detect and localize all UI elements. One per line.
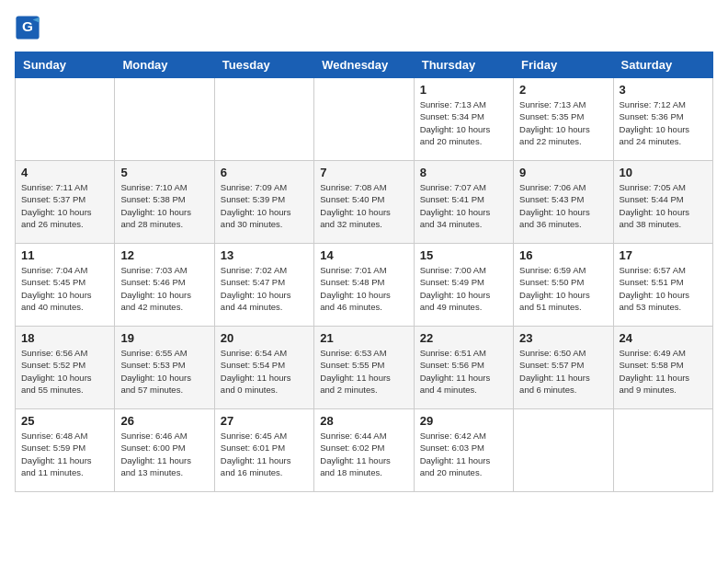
day-info: Sunrise: 6:44 AMSunset: 6:02 PMDaylight:… <box>320 430 407 478</box>
header-friday: Friday <box>514 52 613 78</box>
svg-text:G: G <box>22 18 33 34</box>
calendar-cell <box>214 78 313 161</box>
day-number: 23 <box>519 331 607 345</box>
day-info: Sunrise: 6:45 AMSunset: 6:01 PMDaylight:… <box>221 430 308 478</box>
day-info: Sunrise: 6:57 AMSunset: 5:51 PMDaylight:… <box>620 264 707 313</box>
calendar-cell: 20Sunrise: 6:54 AMSunset: 5:54 PMDayligh… <box>214 327 313 409</box>
day-info: Sunrise: 6:50 AMSunset: 5:57 PMDaylight:… <box>519 347 607 396</box>
day-number: 8 <box>420 166 507 179</box>
day-number: 6 <box>221 166 308 179</box>
week-row-4: 18Sunrise: 6:56 AMSunset: 5:52 PMDayligh… <box>16 327 713 409</box>
day-number: 10 <box>620 166 707 179</box>
day-info: Sunrise: 7:06 AMSunset: 5:43 PMDaylight:… <box>519 181 607 230</box>
day-info: Sunrise: 7:13 AMSunset: 5:34 PMDaylight:… <box>420 98 507 147</box>
week-row-2: 4Sunrise: 7:11 AMSunset: 5:37 PMDaylight… <box>16 161 713 244</box>
calendar-cell: 19Sunrise: 6:55 AMSunset: 5:53 PMDayligh… <box>115 327 214 409</box>
day-number: 5 <box>120 166 208 179</box>
calendar-cell <box>314 78 414 161</box>
header-row: Sunday Monday Tuesday Wednesday Thursday… <box>16 52 713 78</box>
calendar-cell: 14Sunrise: 7:01 AMSunset: 5:48 PMDayligh… <box>314 244 414 327</box>
calendar-cell: 25Sunrise: 6:48 AMSunset: 5:59 PMDayligh… <box>16 409 115 492</box>
day-number: 21 <box>320 331 407 345</box>
day-info: Sunrise: 7:09 AMSunset: 5:39 PMDaylight:… <box>221 181 308 230</box>
calendar-table: Sunday Monday Tuesday Wednesday Thursday… <box>15 52 713 492</box>
day-info: Sunrise: 6:42 AMSunset: 6:03 PMDaylight:… <box>420 430 507 478</box>
header-thursday: Thursday <box>414 52 513 78</box>
day-number: 2 <box>519 83 607 97</box>
day-number: 4 <box>21 166 108 179</box>
day-info: Sunrise: 7:03 AMSunset: 5:46 PMDaylight:… <box>120 264 208 313</box>
day-number: 7 <box>320 166 407 179</box>
day-info: Sunrise: 6:51 AMSunset: 5:56 PMDaylight:… <box>420 347 507 396</box>
calendar-cell: 24Sunrise: 6:49 AMSunset: 5:58 PMDayligh… <box>613 327 712 409</box>
calendar-cell: 22Sunrise: 6:51 AMSunset: 5:56 PMDayligh… <box>414 327 513 409</box>
day-info: Sunrise: 7:08 AMSunset: 5:40 PMDaylight:… <box>320 181 407 230</box>
header-saturday: Saturday <box>613 52 712 78</box>
day-number: 15 <box>420 248 507 262</box>
day-info: Sunrise: 6:49 AMSunset: 5:58 PMDaylight:… <box>620 347 707 396</box>
day-info: Sunrise: 6:59 AMSunset: 5:50 PMDaylight:… <box>519 264 607 313</box>
header-tuesday: Tuesday <box>214 52 313 78</box>
day-number: 26 <box>120 414 208 428</box>
day-info: Sunrise: 6:56 AMSunset: 5:52 PMDaylight:… <box>21 347 108 396</box>
calendar-cell: 9Sunrise: 7:06 AMSunset: 5:43 PMDaylight… <box>514 161 613 244</box>
calendar-cell: 6Sunrise: 7:09 AMSunset: 5:39 PMDaylight… <box>214 161 313 244</box>
calendar-cell: 1Sunrise: 7:13 AMSunset: 5:34 PMDaylight… <box>414 78 513 161</box>
day-number: 20 <box>221 331 308 345</box>
calendar-cell <box>613 409 712 492</box>
calendar-cell: 5Sunrise: 7:10 AMSunset: 5:38 PMDaylight… <box>115 161 214 244</box>
day-info: Sunrise: 6:48 AMSunset: 5:59 PMDaylight:… <box>21 430 108 478</box>
logo-icon: G <box>15 15 40 40</box>
calendar-cell: 23Sunrise: 6:50 AMSunset: 5:57 PMDayligh… <box>514 327 613 409</box>
day-number: 25 <box>21 414 108 428</box>
header-sunday: Sunday <box>16 52 115 78</box>
calendar-cell <box>514 409 613 492</box>
calendar-cell: 3Sunrise: 7:12 AMSunset: 5:36 PMDaylight… <box>613 78 712 161</box>
day-info: Sunrise: 7:01 AMSunset: 5:48 PMDaylight:… <box>320 264 407 313</box>
day-info: Sunrise: 7:04 AMSunset: 5:45 PMDaylight:… <box>21 264 108 313</box>
day-info: Sunrise: 7:05 AMSunset: 5:44 PMDaylight:… <box>620 181 707 230</box>
day-info: Sunrise: 7:12 AMSunset: 5:36 PMDaylight:… <box>620 98 707 147</box>
calendar-cell: 27Sunrise: 6:45 AMSunset: 6:01 PMDayligh… <box>214 409 313 492</box>
calendar-cell: 29Sunrise: 6:42 AMSunset: 6:03 PMDayligh… <box>414 409 513 492</box>
calendar-cell: 28Sunrise: 6:44 AMSunset: 6:02 PMDayligh… <box>314 409 414 492</box>
logo: G <box>15 15 44 40</box>
day-info: Sunrise: 7:07 AMSunset: 5:41 PMDaylight:… <box>420 181 507 230</box>
day-info: Sunrise: 6:54 AMSunset: 5:54 PMDaylight:… <box>221 347 308 396</box>
week-row-1: 1Sunrise: 7:13 AMSunset: 5:34 PMDaylight… <box>16 78 713 161</box>
day-number: 11 <box>21 248 108 262</box>
calendar-cell <box>115 78 214 161</box>
day-number: 29 <box>420 414 507 428</box>
day-number: 12 <box>120 248 208 262</box>
calendar-cell: 26Sunrise: 6:46 AMSunset: 6:00 PMDayligh… <box>115 409 214 492</box>
calendar-cell: 15Sunrise: 7:00 AMSunset: 5:49 PMDayligh… <box>414 244 513 327</box>
calendar-cell: 13Sunrise: 7:02 AMSunset: 5:47 PMDayligh… <box>214 244 313 327</box>
day-number: 24 <box>620 331 707 345</box>
calendar-cell: 17Sunrise: 6:57 AMSunset: 5:51 PMDayligh… <box>613 244 712 327</box>
day-info: Sunrise: 6:46 AMSunset: 6:00 PMDaylight:… <box>120 430 208 478</box>
day-info: Sunrise: 7:00 AMSunset: 5:49 PMDaylight:… <box>420 264 507 313</box>
day-number: 22 <box>420 331 507 345</box>
day-number: 3 <box>620 83 707 97</box>
week-row-5: 25Sunrise: 6:48 AMSunset: 5:59 PMDayligh… <box>16 409 713 492</box>
day-number: 18 <box>21 331 108 345</box>
calendar-cell: 16Sunrise: 6:59 AMSunset: 5:50 PMDayligh… <box>514 244 613 327</box>
day-number: 17 <box>620 248 707 262</box>
day-info: Sunrise: 6:53 AMSunset: 5:55 PMDaylight:… <box>320 347 407 396</box>
day-number: 13 <box>221 248 308 262</box>
day-number: 16 <box>519 248 607 262</box>
header: G <box>15 15 713 40</box>
calendar-cell: 12Sunrise: 7:03 AMSunset: 5:46 PMDayligh… <box>115 244 214 327</box>
calendar-cell: 2Sunrise: 7:13 AMSunset: 5:35 PMDaylight… <box>514 78 613 161</box>
day-info: Sunrise: 7:11 AMSunset: 5:37 PMDaylight:… <box>21 181 108 230</box>
calendar-cell: 8Sunrise: 7:07 AMSunset: 5:41 PMDaylight… <box>414 161 513 244</box>
day-info: Sunrise: 6:55 AMSunset: 5:53 PMDaylight:… <box>120 347 208 396</box>
calendar-cell: 11Sunrise: 7:04 AMSunset: 5:45 PMDayligh… <box>16 244 115 327</box>
day-number: 14 <box>320 248 407 262</box>
calendar-cell: 18Sunrise: 6:56 AMSunset: 5:52 PMDayligh… <box>16 327 115 409</box>
day-number: 28 <box>320 414 407 428</box>
week-row-3: 11Sunrise: 7:04 AMSunset: 5:45 PMDayligh… <box>16 244 713 327</box>
day-number: 27 <box>221 414 308 428</box>
header-wednesday: Wednesday <box>314 52 414 78</box>
calendar-cell <box>16 78 115 161</box>
